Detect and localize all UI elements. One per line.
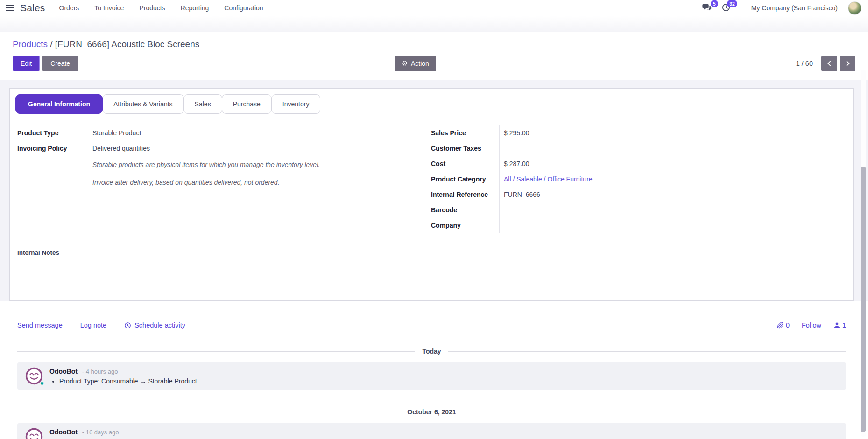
- odoobot-smiley-icon: [25, 427, 43, 439]
- create-button[interactable]: Create: [42, 56, 78, 72]
- activities-count-badge: 32: [727, 0, 737, 7]
- message-item: ♥ OdooBot - 4 hours ago Product Type: Co…: [17, 362, 846, 390]
- message-timestamp: - 16 days ago: [82, 429, 119, 436]
- nav-item-products[interactable]: Products: [139, 4, 165, 12]
- field-invoicing-policy-value: Delivered quantities: [88, 141, 419, 156]
- top-navbar: Sales Orders To Invoice Products Reporti…: [0, 0, 868, 16]
- breadcrumb: Products / [FURN_6666] Acoustic Bloc Scr…: [13, 39, 855, 49]
- chat-bubble-icon: [702, 3, 712, 12]
- odoobot-avatar: ♥: [25, 367, 43, 385]
- person-icon: [833, 322, 840, 329]
- send-message-button[interactable]: Send message: [17, 321, 63, 329]
- gear-icon: [402, 60, 408, 66]
- form-sheet: General Information Attributes & Variant…: [9, 88, 854, 301]
- date-divider-october: October 6, 2021: [17, 408, 846, 416]
- scrollbar-track[interactable]: [861, 70, 866, 437]
- nav-right-group: 5 32 My Company (San Francisco): [694, 1, 861, 15]
- nav-item-orders[interactable]: Orders: [59, 4, 79, 12]
- log-note-button[interactable]: Log note: [80, 321, 106, 329]
- pager-value: 1 / 60: [796, 60, 813, 67]
- company-switcher[interactable]: My Company (San Francisco): [751, 4, 838, 12]
- right-field-column: Sales Price $ 295.00 Customer Taxes Cost…: [431, 125, 846, 233]
- tab-attributes-variants[interactable]: Attributes & Variants: [102, 94, 184, 114]
- button-row: Edit Create Action 1 / 60: [13, 55, 855, 72]
- tab-sales[interactable]: Sales: [183, 94, 222, 114]
- followers-count: 1: [842, 321, 846, 329]
- pager: 1 / 60: [796, 56, 855, 71]
- clock-icon: [124, 322, 131, 329]
- attachments-count: 0: [786, 321, 790, 329]
- field-internal-reference-label: Internal Reference: [431, 187, 499, 202]
- messages-menu-button[interactable]: 5: [702, 3, 713, 13]
- chevron-right-icon: [844, 61, 849, 66]
- date-divider-label: October 6, 2021: [407, 408, 456, 416]
- tracking-change-text: Product Type: Consumable → Storable Prod…: [59, 377, 197, 385]
- breadcrumb-current: [FURN_6666] Acoustic Bloc Screens: [55, 39, 199, 49]
- left-field-column: Product Type Storable Product Invoicing …: [17, 125, 419, 233]
- message-timestamp: - 4 hours ago: [82, 368, 118, 375]
- messages-count-badge: 5: [711, 0, 718, 7]
- field-product-type-label: Product Type: [17, 125, 88, 141]
- form-columns: Product Type Storable Product Invoicing …: [10, 114, 853, 233]
- chevron-left-icon: [827, 61, 833, 66]
- action-button[interactable]: Action: [395, 56, 436, 72]
- field-product-category-value-link[interactable]: All / Saleable / Office Furniture: [504, 175, 593, 183]
- paperclip-icon: [777, 322, 784, 329]
- message-item: ♥ OdooBot - 16 days ago Product Template…: [17, 423, 846, 439]
- field-product-category-label: Product Category: [431, 172, 499, 187]
- field-internal-reference-value: FURN_6666: [499, 187, 846, 202]
- tab-purchase[interactable]: Purchase: [222, 94, 272, 114]
- notebook-tabs: General Information Attributes & Variant…: [10, 89, 853, 114]
- message-author[interactable]: OdooBot: [49, 368, 78, 375]
- internal-notes-label: Internal Notes: [17, 249, 846, 256]
- activities-menu-button[interactable]: 32: [721, 3, 733, 13]
- breadcrumb-separator: /: [50, 39, 52, 49]
- nav-item-configuration[interactable]: Configuration: [224, 4, 263, 12]
- control-panel: Products / [FURN_6666] Acoustic Bloc Scr…: [0, 32, 868, 80]
- user-avatar[interactable]: [848, 1, 861, 15]
- field-invoicing-policy-label: Invoicing Policy: [17, 141, 88, 156]
- field-company-value: [499, 218, 846, 233]
- field-cost-value: $ 287.00: [499, 156, 846, 172]
- field-product-type-value: Storable Product: [88, 125, 419, 141]
- field-sales-price-value: $ 295.00: [499, 125, 846, 141]
- field-barcode-label: Barcode: [431, 202, 499, 218]
- nav-menu: Orders To Invoice Products Reporting Con…: [59, 4, 263, 12]
- follow-button[interactable]: Follow: [802, 321, 821, 329]
- field-sales-price-label: Sales Price: [431, 125, 499, 141]
- chatter: Send message Log note Schedule activity …: [0, 301, 868, 439]
- nav-item-to-invoice[interactable]: To Invoice: [94, 4, 124, 12]
- breadcrumb-products-link[interactable]: Products: [13, 39, 48, 49]
- odoobot-avatar: ♥: [25, 427, 43, 439]
- date-divider-today: Today: [17, 348, 846, 355]
- edit-button[interactable]: Edit: [13, 56, 40, 72]
- field-company-label: Company: [431, 218, 499, 233]
- app-brand[interactable]: Sales: [20, 2, 45, 14]
- heart-icon: ♥: [40, 380, 44, 387]
- field-cost-label: Cost: [431, 156, 499, 172]
- internal-notes-section: Internal Notes: [17, 249, 846, 261]
- nav-item-reporting[interactable]: Reporting: [181, 4, 209, 12]
- field-barcode-value: [499, 202, 846, 218]
- tab-inventory[interactable]: Inventory: [271, 94, 321, 114]
- date-divider-label: Today: [422, 348, 441, 355]
- product-type-help-note: Storable products are physical items for…: [88, 156, 419, 174]
- followers-button[interactable]: 1: [833, 321, 846, 329]
- invoicing-policy-help-note: Invoice after delivery, based on quantit…: [88, 174, 419, 192]
- scrollbar-thumb[interactable]: [861, 167, 866, 432]
- pager-next-button[interactable]: [840, 56, 855, 71]
- field-customer-taxes-value: [499, 141, 846, 156]
- pager-previous-button[interactable]: [821, 56, 837, 71]
- chatter-toolbar: Send message Log note Schedule activity …: [17, 321, 846, 329]
- chatter-topbar-right: 0 Follow 1: [777, 321, 846, 329]
- tab-general-information[interactable]: General Information: [15, 94, 103, 114]
- field-customer-taxes-label: Customer Taxes: [431, 141, 499, 156]
- internal-notes-divider: [17, 261, 846, 261]
- message-author[interactable]: OdooBot: [49, 428, 78, 436]
- hamburger-menu-icon[interactable]: [6, 5, 14, 11]
- form-sheet-background: General Information Attributes & Variant…: [0, 80, 868, 301]
- action-button-label: Action: [411, 60, 429, 68]
- attachments-button[interactable]: 0: [777, 321, 790, 329]
- schedule-activity-button[interactable]: Schedule activity: [124, 321, 185, 329]
- navbar-shadow: [0, 16, 868, 32]
